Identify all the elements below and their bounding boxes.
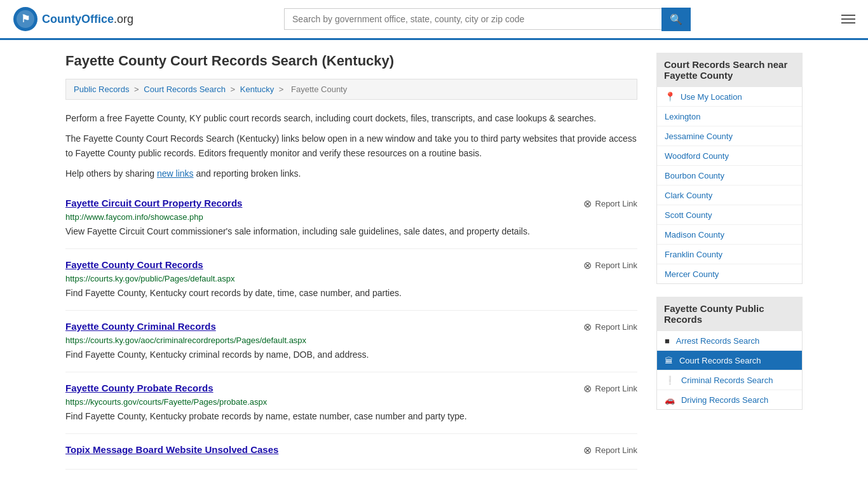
header-right — [841, 15, 855, 24]
report-link[interactable]: ⊗ Report Link — [583, 259, 637, 271]
breadcrumb: Public Records > Court Records Search > … — [65, 79, 637, 100]
breadcrumb-public-records[interactable]: Public Records — [74, 85, 129, 94]
logo[interactable]: ⚑ CountyOffice.org — [13, 6, 133, 32]
desc-3: Help others by sharing new links and rep… — [65, 166, 637, 180]
result-title[interactable]: Fayette County Criminal Records — [65, 321, 216, 332]
sidebar-item-franklin-county[interactable]: Franklin County — [657, 245, 802, 264]
breadcrumb-fayette-county: Fayette County — [291, 85, 347, 94]
sidebar-link-jessamine-county[interactable]: Jessamine County — [665, 132, 733, 141]
report-icon: ⊗ — [583, 444, 592, 456]
search-bar: 🔍 — [284, 8, 691, 31]
result-url[interactable]: https://kycourts.gov/courts/Fayette/Page… — [65, 397, 637, 407]
sidebar-nearby-list: 📍 Use My Location Lexington Jessamine Co… — [656, 87, 803, 284]
page-title: Fayette County Court Records Search (Ken… — [65, 53, 637, 69]
sidebar-item-arrest-records[interactable]: ■ Arrest Records Search — [657, 331, 802, 351]
sidebar-item-madison-county[interactable]: Madison County — [657, 225, 802, 245]
report-link[interactable]: ⊗ Report Link — [583, 444, 637, 456]
sidebar: Court Records Search near Fayette County… — [656, 53, 803, 470]
result-item: Fayette County Criminal Records ⊗ Report… — [65, 311, 637, 372]
sidebar-item-lexington[interactable]: Lexington — [657, 107, 802, 126]
court-icon: 🏛 — [665, 356, 673, 365]
report-icon: ⊗ — [583, 259, 592, 271]
sidebar-link-driving-records[interactable]: Driving Records Search — [681, 395, 768, 405]
sidebar-item-criminal-records[interactable]: ❕ Criminal Records Search — [657, 370, 802, 390]
sidebar-link-criminal-records[interactable]: Criminal Records Search — [681, 376, 773, 385]
breadcrumb-kentucky[interactable]: Kentucky — [240, 85, 274, 94]
result-item: Fayette Circuit Court Property Records ⊗… — [65, 187, 637, 249]
search-input[interactable] — [284, 8, 661, 30]
main-container: Fayette County Court Records Search (Ken… — [53, 40, 815, 482]
sidebar-link-court-records[interactable]: Court Records Search — [679, 356, 761, 365]
sidebar-item-scott-county[interactable]: Scott County — [657, 205, 802, 225]
arrest-icon: ■ — [665, 336, 670, 346]
sidebar-item-court-records[interactable]: 🏛 Court Records Search — [657, 351, 802, 370]
sidebar-link-madison-county[interactable]: Madison County — [665, 230, 724, 240]
sidebar-nearby-section: Court Records Search near Fayette County… — [656, 53, 803, 284]
sidebar-item-mercer-county[interactable]: Mercer County — [657, 264, 802, 283]
logo-icon: ⚑ — [13, 6, 38, 32]
sidebar-link-franklin-county[interactable]: Franklin County — [665, 250, 722, 259]
driving-icon: 🚗 — [665, 395, 675, 405]
search-icon: 🔍 — [670, 14, 682, 25]
result-title[interactable]: Fayette County Probate Records — [65, 383, 214, 393]
desc-2: The Fayette County Court Records Search … — [65, 132, 637, 160]
sidebar-link-bourbon-county[interactable]: Bourbon County — [665, 171, 724, 180]
location-icon: 📍 — [665, 92, 675, 102]
result-desc: Find Fayette County, Kentucky criminal r… — [65, 348, 637, 362]
site-header: ⚑ CountyOffice.org 🔍 — [0, 0, 868, 40]
sidebar-link-clark-county[interactable]: Clark County — [665, 191, 712, 200]
content-area: Fayette County Court Records Search (Ken… — [65, 53, 637, 470]
report-icon: ⊗ — [583, 321, 592, 333]
report-icon: ⊗ — [583, 198, 592, 210]
result-url[interactable]: http://www.faycom.info/showcase.php — [65, 212, 637, 222]
results-list: Fayette Circuit Court Property Records ⊗… — [65, 187, 637, 470]
sidebar-item-use-my-location[interactable]: 📍 Use My Location — [657, 87, 802, 107]
sidebar-link-lexington[interactable]: Lexington — [665, 112, 700, 121]
sidebar-item-jessamine-county[interactable]: Jessamine County — [657, 126, 802, 146]
sidebar-link-arrest-records[interactable]: Arrest Records Search — [676, 336, 760, 346]
report-link[interactable]: ⊗ Report Link — [583, 321, 637, 333]
sidebar-public-records-header: Fayette County Public Records — [656, 297, 803, 331]
criminal-icon: ❕ — [665, 376, 675, 385]
logo-text: CountyOffice.org — [42, 13, 133, 26]
result-item: Fayette County Probate Records ⊗ Report … — [65, 372, 637, 434]
desc-1: Perform a free Fayette County, KY public… — [65, 111, 637, 125]
result-title[interactable]: Topix Message Board Website Unsolved Cas… — [65, 444, 278, 455]
result-desc: View Fayette Circuit Court commissioner'… — [65, 225, 637, 238]
sidebar-item-woodford-county[interactable]: Woodford County — [657, 146, 802, 166]
result-title[interactable]: Fayette County Court Records — [65, 259, 203, 270]
sidebar-link-scott-county[interactable]: Scott County — [665, 210, 712, 220]
report-link[interactable]: ⊗ Report Link — [583, 383, 637, 395]
sidebar-public-records-section: Fayette County Public Records ■ Arrest R… — [656, 297, 803, 410]
sidebar-link-use-my-location[interactable]: Use My Location — [681, 92, 742, 102]
result-item: Topix Message Board Website Unsolved Cas… — [65, 434, 637, 470]
result-title[interactable]: Fayette Circuit Court Property Records — [65, 198, 242, 208]
result-item: Fayette County Court Records ⊗ Report Li… — [65, 249, 637, 311]
report-link[interactable]: ⊗ Report Link — [583, 198, 637, 210]
result-desc: Find Fayette County, Kentucky court reco… — [65, 287, 637, 300]
report-icon: ⊗ — [583, 383, 592, 395]
result-url[interactable]: https://courts.ky.gov/public/Pages/defau… — [65, 274, 637, 283]
result-url[interactable]: https://courts.ky.gov/aoc/criminalrecord… — [65, 336, 637, 345]
menu-button[interactable] — [841, 15, 855, 24]
sidebar-link-mercer-county[interactable]: Mercer County — [665, 269, 719, 279]
sidebar-item-clark-county[interactable]: Clark County — [657, 186, 802, 205]
sidebar-item-driving-records[interactable]: 🚗 Driving Records Search — [657, 390, 802, 409]
svg-text:⚑: ⚑ — [21, 13, 30, 24]
sidebar-public-records-list: ■ Arrest Records Search 🏛 Court Records … — [656, 331, 803, 410]
search-button[interactable]: 🔍 — [661, 8, 691, 31]
sidebar-nearby-header: Court Records Search near Fayette County — [656, 53, 803, 87]
sidebar-item-bourbon-county[interactable]: Bourbon County — [657, 166, 802, 186]
result-desc: Find Fayette County, Kentucky probate re… — [65, 410, 637, 423]
new-links-link[interactable]: new links — [157, 168, 194, 179]
breadcrumb-court-records-search[interactable]: Court Records Search — [144, 85, 226, 94]
sidebar-link-woodford-county[interactable]: Woodford County — [665, 151, 729, 161]
